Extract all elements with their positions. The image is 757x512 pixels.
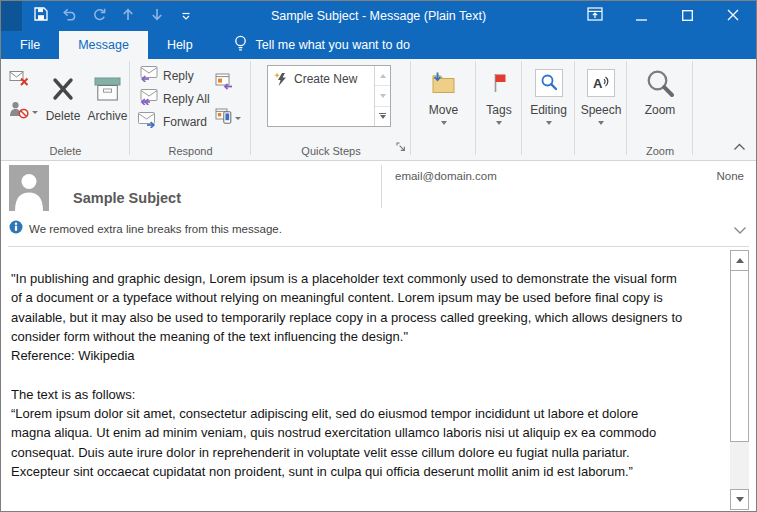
tab-file[interactable]: File <box>1 31 59 59</box>
meeting-button[interactable] <box>215 73 241 94</box>
gallery-more-icon <box>379 113 386 119</box>
redo-button[interactable] <box>84 3 113 29</box>
meeting-icon <box>215 76 233 93</box>
gallery-scroll-down-button[interactable] <box>375 86 390 106</box>
sender-email[interactable]: email@domain.com <box>395 170 497 182</box>
tags-button[interactable]: Tags <box>476 59 522 143</box>
tab-message[interactable]: Message <box>59 31 148 59</box>
down-arrow-icon <box>151 7 163 25</box>
save-button[interactable] <box>26 3 55 29</box>
collapse-ribbon-button[interactable] <box>733 137 746 155</box>
ribbon-group-respond: Reply Reply All Forward <box>130 59 251 160</box>
gallery-scroll-up-button[interactable] <box>375 66 390 86</box>
previous-item-button[interactable] <box>113 3 142 29</box>
down-triangle-icon <box>736 497 744 502</box>
archive-button[interactable]: Archive <box>85 65 130 149</box>
reply-all-button[interactable]: Reply All <box>138 90 210 107</box>
create-new-label: Create New <box>294 72 357 126</box>
reply-icon <box>138 66 158 85</box>
zoom-button[interactable]: Zoom <box>627 59 693 143</box>
more-respond-actions-button[interactable] <box>215 108 241 128</box>
archive-button-label: Archive <box>87 109 127 123</box>
editing-button[interactable]: Editing <box>522 59 575 143</box>
message-line: The text is as follows: <box>11 385 712 404</box>
flag-icon <box>490 65 508 101</box>
outlook-message-window: Sample Subject - Message (Plain Text) <box>0 0 757 512</box>
more-respond-actions-icon <box>215 108 232 128</box>
delete-button[interactable]: Delete <box>41 65 85 149</box>
quick-access-toolbar <box>26 1 200 31</box>
reply-button-label: Reply <box>163 69 194 83</box>
svg-text:A: A <box>593 76 603 91</box>
next-item-button[interactable] <box>142 3 171 29</box>
move-button[interactable]: Move <box>411 59 476 143</box>
tell-me-box[interactable]: Tell me what you want to do <box>234 31 410 59</box>
vertical-scrollbar[interactable] <box>730 250 749 510</box>
lightbulb-icon <box>234 35 247 56</box>
up-arrow-icon <box>122 7 134 25</box>
tab-message-label: Message <box>78 38 129 52</box>
ribbon-group-zoom: Zoom Zoom <box>627 59 693 160</box>
minimize-button[interactable] <box>618 1 664 31</box>
quick-steps-dialog-launcher[interactable] <box>396 138 406 156</box>
info-bar-message: We removed extra line breaks from this m… <box>29 223 282 235</box>
gallery-more-button[interactable] <box>375 107 390 126</box>
undo-button[interactable] <box>55 3 84 29</box>
up-triangle-icon <box>736 258 744 263</box>
lightning-bolt-icon <box>274 72 288 126</box>
tags-button-label: Tags <box>486 103 511 117</box>
quick-steps-group-label: Quick Steps <box>251 145 411 157</box>
forward-button[interactable]: Forward <box>138 113 210 130</box>
message-line: Reference: Wikipedia <box>11 346 712 365</box>
app-icon[interactable] <box>1 1 22 31</box>
scroll-down-button[interactable] <box>730 489 749 510</box>
speech-button[interactable]: A Speech <box>575 59 627 143</box>
editing-button-label: Editing <box>530 103 567 117</box>
expand-header-button[interactable] <box>733 221 747 239</box>
create-new-quick-step[interactable]: Create New <box>268 66 374 126</box>
maximize-button[interactable] <box>664 1 710 31</box>
message-line: consider form without the meaning of the… <box>11 327 712 346</box>
message-line: magna aliqua. Ut enim ad minim veniam, q… <box>11 423 712 442</box>
close-button[interactable] <box>710 1 756 31</box>
zoom-button-label: Zoom <box>645 103 676 117</box>
maximize-icon <box>682 7 693 25</box>
message-body[interactable]: "In publishing and graphic design, Lorem… <box>1 247 756 512</box>
message-line: available, but it may also be used to te… <box>11 308 712 327</box>
block-sender-button[interactable] <box>9 101 41 123</box>
message-line: "In publishing and graphic design, Lorem… <box>11 269 712 288</box>
ribbon: Delete Archive Delete Reply <box>1 59 756 161</box>
tell-me-label: Tell me what you want to do <box>256 38 410 52</box>
forward-icon <box>138 112 158 131</box>
move-folder-icon <box>430 65 457 101</box>
ribbon-display-options-button[interactable] <box>572 1 618 31</box>
dropdown-arrow-icon <box>496 121 502 125</box>
customize-quick-access-button[interactable] <box>171 3 200 29</box>
ribbon-group-delete: Delete Archive Delete <box>1 59 130 160</box>
scroll-up-button[interactable] <box>730 250 749 271</box>
up-triangle-icon <box>380 74 386 78</box>
zoom-magnifier-icon <box>645 65 675 101</box>
scrollbar-thumb[interactable] <box>730 270 749 442</box>
message-line: Excepteur sint occaecat cupidatat non pr… <box>11 462 712 481</box>
tab-help[interactable]: Help <box>148 31 212 59</box>
reply-button[interactable]: Reply <box>138 67 210 84</box>
ribbon-group-tags: Tags <box>476 59 522 160</box>
forward-button-label: Forward <box>163 115 207 129</box>
window-controls <box>572 1 756 31</box>
customize-qat-icon <box>181 7 191 25</box>
block-sender-icon <box>9 101 29 123</box>
ribbon-tab-strip: File Message Help Tell me what you want … <box>1 31 756 59</box>
delete-icon <box>50 71 76 107</box>
ignore-button[interactable] <box>9 67 41 91</box>
delete-group-label: Delete <box>1 145 130 157</box>
move-button-label: Move <box>429 103 458 117</box>
dropdown-arrow-icon <box>546 121 552 125</box>
scrollbar-track[interactable] <box>730 442 749 489</box>
message-line <box>11 365 712 384</box>
title-bar: Sample Subject - Message (Plain Text) <box>1 1 756 31</box>
message-line: of a document or a typeface without rely… <box>11 288 712 307</box>
redo-icon <box>92 7 106 25</box>
header-divider <box>381 165 382 208</box>
undo-icon <box>62 7 77 25</box>
